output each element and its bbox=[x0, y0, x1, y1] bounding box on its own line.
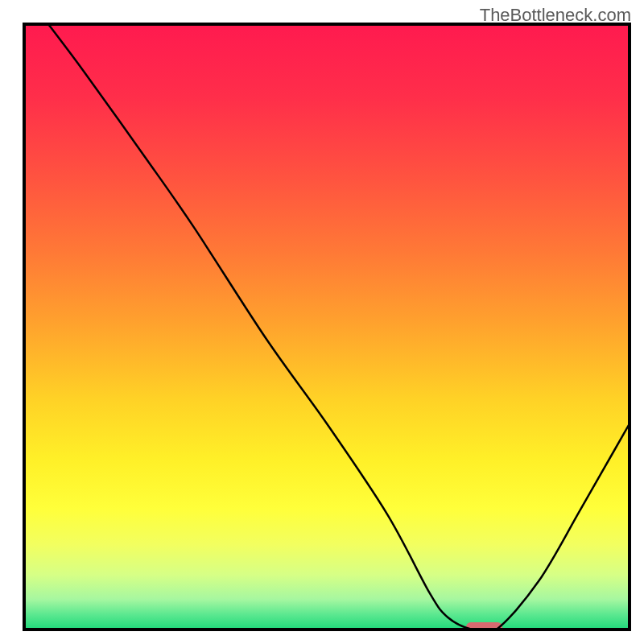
bottleneck-chart bbox=[0, 0, 644, 644]
chart-container: TheBottleneck.com bbox=[0, 0, 644, 644]
